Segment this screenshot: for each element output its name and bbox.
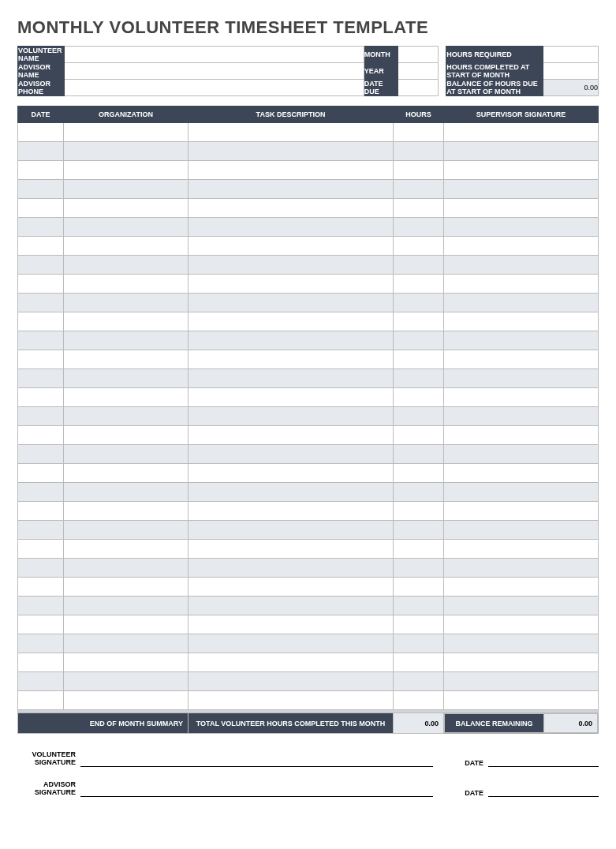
advisor-signature-line[interactable] <box>80 786 433 797</box>
table-cell[interactable] <box>189 199 394 218</box>
table-cell[interactable] <box>64 161 189 180</box>
advisor-name-field[interactable] <box>65 63 364 80</box>
table-cell[interactable] <box>444 597 599 615</box>
table-cell[interactable] <box>64 502 189 521</box>
table-cell[interactable] <box>444 653 599 672</box>
table-cell[interactable] <box>189 180 394 199</box>
table-cell[interactable] <box>64 597 189 615</box>
volunteer-signature-line[interactable] <box>80 756 433 767</box>
table-cell[interactable] <box>444 634 599 653</box>
table-cell[interactable] <box>394 142 444 161</box>
table-cell[interactable] <box>394 578 444 597</box>
table-cell[interactable] <box>64 407 189 426</box>
table-cell[interactable] <box>394 540 444 559</box>
table-cell[interactable] <box>444 615 599 634</box>
table-cell[interactable] <box>394 426 444 445</box>
hours-completed-field[interactable] <box>543 63 599 80</box>
table-cell[interactable] <box>394 597 444 615</box>
table-cell[interactable] <box>444 559 599 578</box>
table-cell[interactable] <box>64 350 189 369</box>
table-cell[interactable] <box>18 672 64 691</box>
date-due-field[interactable] <box>398 80 438 96</box>
table-cell[interactable] <box>189 559 394 578</box>
table-cell[interactable] <box>394 672 444 691</box>
table-cell[interactable] <box>64 123 189 142</box>
table-cell[interactable] <box>394 312 444 331</box>
table-cell[interactable] <box>18 407 64 426</box>
table-cell[interactable] <box>64 483 189 502</box>
table-cell[interactable] <box>189 672 394 691</box>
table-cell[interactable] <box>394 559 444 578</box>
table-cell[interactable] <box>394 350 444 369</box>
year-field[interactable] <box>398 63 438 80</box>
table-cell[interactable] <box>64 142 189 161</box>
table-cell[interactable] <box>18 256 64 275</box>
table-cell[interactable] <box>64 426 189 445</box>
table-cell[interactable] <box>444 483 599 502</box>
table-cell[interactable] <box>444 199 599 218</box>
table-cell[interactable] <box>444 331 599 350</box>
table-cell[interactable] <box>18 142 64 161</box>
table-cell[interactable] <box>444 237 599 256</box>
table-cell[interactable] <box>444 672 599 691</box>
table-cell[interactable] <box>189 521 394 540</box>
table-cell[interactable] <box>64 634 189 653</box>
table-cell[interactable] <box>444 218 599 237</box>
table-cell[interactable] <box>394 388 444 407</box>
table-cell[interactable] <box>64 464 189 483</box>
table-cell[interactable] <box>18 559 64 578</box>
table-cell[interactable] <box>444 502 599 521</box>
table-cell[interactable] <box>64 199 189 218</box>
table-cell[interactable] <box>18 312 64 331</box>
hours-required-field[interactable] <box>543 47 599 63</box>
table-cell[interactable] <box>444 691 599 710</box>
table-cell[interactable] <box>189 426 394 445</box>
table-cell[interactable] <box>189 445 394 464</box>
table-cell[interactable] <box>64 312 189 331</box>
table-cell[interactable] <box>394 521 444 540</box>
table-cell[interactable] <box>18 445 64 464</box>
volunteer-date-line[interactable] <box>488 756 599 767</box>
table-cell[interactable] <box>18 597 64 615</box>
table-cell[interactable] <box>394 256 444 275</box>
table-cell[interactable] <box>394 294 444 312</box>
table-cell[interactable] <box>444 578 599 597</box>
table-cell[interactable] <box>64 218 189 237</box>
table-cell[interactable] <box>189 502 394 521</box>
table-cell[interactable] <box>444 275 599 294</box>
table-cell[interactable] <box>444 426 599 445</box>
table-cell[interactable] <box>18 331 64 350</box>
table-cell[interactable] <box>18 464 64 483</box>
table-cell[interactable] <box>64 294 189 312</box>
table-cell[interactable] <box>189 142 394 161</box>
table-cell[interactable] <box>64 256 189 275</box>
table-cell[interactable] <box>444 388 599 407</box>
table-cell[interactable] <box>18 369 64 388</box>
table-cell[interactable] <box>18 294 64 312</box>
table-cell[interactable] <box>394 369 444 388</box>
table-cell[interactable] <box>64 691 189 710</box>
table-cell[interactable] <box>189 615 394 634</box>
table-cell[interactable] <box>444 142 599 161</box>
table-cell[interactable] <box>394 653 444 672</box>
table-cell[interactable] <box>189 540 394 559</box>
table-cell[interactable] <box>18 634 64 653</box>
table-cell[interactable] <box>189 653 394 672</box>
table-cell[interactable] <box>189 407 394 426</box>
table-cell[interactable] <box>18 388 64 407</box>
table-cell[interactable] <box>189 161 394 180</box>
table-cell[interactable] <box>394 161 444 180</box>
table-cell[interactable] <box>18 237 64 256</box>
table-cell[interactable] <box>18 615 64 634</box>
table-cell[interactable] <box>189 597 394 615</box>
table-cell[interactable] <box>444 464 599 483</box>
table-cell[interactable] <box>18 483 64 502</box>
table-cell[interactable] <box>18 691 64 710</box>
table-cell[interactable] <box>189 691 394 710</box>
table-cell[interactable] <box>64 331 189 350</box>
table-cell[interactable] <box>394 464 444 483</box>
table-cell[interactable] <box>64 615 189 634</box>
table-cell[interactable] <box>189 294 394 312</box>
table-cell[interactable] <box>189 634 394 653</box>
table-cell[interactable] <box>444 123 599 142</box>
